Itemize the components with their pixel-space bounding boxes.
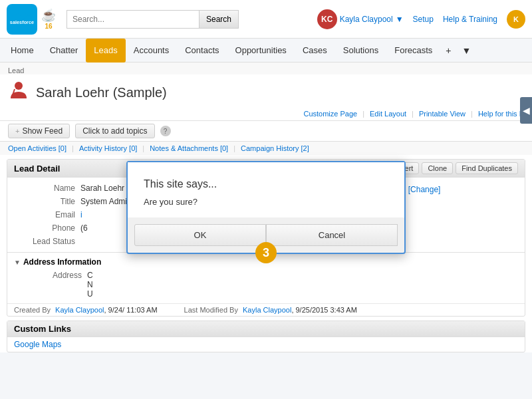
- modal-message: Are you sure?: [144, 197, 388, 207]
- search-input[interactable]: [66, 10, 200, 29]
- nav-bar: Home Chatter Leads Accounts Contacts Opp…: [0, 39, 532, 63]
- help-training-link[interactable]: Help & Training: [443, 15, 497, 24]
- modal-buttons: OK Cancel 3: [128, 217, 404, 253]
- nav-chatter[interactable]: Chatter: [42, 39, 86, 63]
- nav-opportunities[interactable]: Opportunities: [227, 39, 295, 63]
- modal-ok-button[interactable]: OK: [134, 224, 266, 246]
- nav-add-button[interactable]: +: [440, 43, 456, 59]
- modal-body: This site says... Are you sure?: [128, 162, 404, 217]
- nav-more-button[interactable]: ▼: [456, 43, 476, 59]
- user-menu[interactable]: KC Kayla Claypool ▼: [317, 9, 404, 29]
- user-dropdown-icon[interactable]: ▼: [396, 15, 404, 24]
- modal-cancel-button[interactable]: Cancel: [266, 224, 398, 246]
- logo-area: salesforce ☕ 16: [7, 4, 56, 35]
- nav-contacts[interactable]: Contacts: [177, 39, 227, 63]
- search-area: Search: [66, 10, 253, 29]
- nav-home[interactable]: Home: [3, 39, 42, 63]
- nav-forecasts[interactable]: Forecasts: [386, 39, 440, 63]
- step-3-badge: 3: [255, 242, 277, 263]
- nav-leads[interactable]: Leads: [86, 39, 125, 63]
- search-button[interactable]: Search: [200, 10, 239, 29]
- top-bar: salesforce ☕ 16 Search KC Kayla Claypool…: [0, 0, 532, 39]
- modal-title: This site says...: [144, 178, 388, 190]
- modal-dialog: This site says... Are you sure? OK Cance…: [126, 161, 406, 254]
- avatar: KC: [317, 9, 337, 29]
- salesforce-logo: salesforce: [7, 4, 37, 35]
- setup-link[interactable]: Setup: [413, 15, 434, 24]
- avatar-2: K: [507, 10, 525, 29]
- user-name-link[interactable]: Kayla Claypool: [340, 15, 393, 24]
- nav-solutions[interactable]: Solutions: [335, 39, 386, 63]
- content-area: Lead Sarah Loehr (Sample) Customize Page…: [0, 63, 532, 352]
- svg-text:salesforce: salesforce: [10, 19, 34, 25]
- nav-cases[interactable]: Cases: [295, 39, 335, 63]
- top-right-nav: KC Kayla Claypool ▼ Setup Help & Trainin…: [317, 9, 525, 29]
- modal-overlay: This site says... Are you sure? OK Cance…: [0, 63, 532, 352]
- nav-accounts[interactable]: Accounts: [126, 39, 177, 63]
